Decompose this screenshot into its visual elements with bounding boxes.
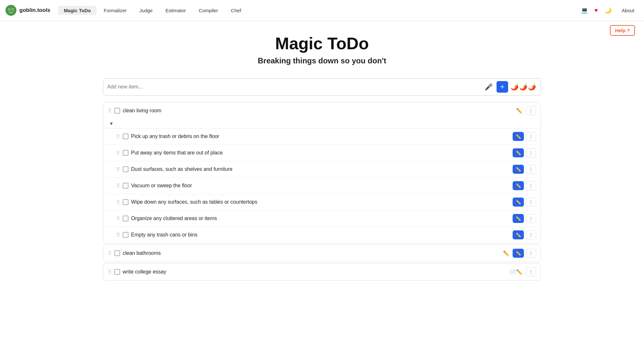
svg-point-0 bbox=[5, 5, 16, 16]
navbar: goblin.tools Magic ToDo Formalizer Judge… bbox=[0, 0, 644, 21]
three-dots-sub-icon: ⋮ bbox=[529, 199, 533, 205]
pencil-blue-icon: ✏️ bbox=[516, 167, 521, 172]
sub-label-1-6: Organize any cluttered areas or items bbox=[131, 216, 510, 221]
sub-more-button-1-1[interactable]: ⋮ bbox=[526, 132, 536, 141]
sub-label-1-1: Pick up any trash or debris on the floor bbox=[131, 134, 510, 139]
sub-checkbox-1-7[interactable] bbox=[123, 232, 128, 238]
item-actions-2: ✏️ ✏️ ⋮ bbox=[502, 249, 536, 258]
add-item-button[interactable]: + bbox=[497, 81, 508, 93]
drag-handle-sub-icon[interactable]: ⠿ bbox=[116, 134, 120, 140]
microphone-button[interactable]: 🎤 bbox=[483, 82, 494, 92]
page-title: Magic ToDo bbox=[103, 34, 541, 53]
drag-handle-icon-2[interactable]: ⠿ bbox=[108, 250, 112, 256]
drag-handle-sub-icon[interactable]: ⠿ bbox=[116, 166, 120, 172]
sub-checkbox-1-6[interactable] bbox=[123, 216, 128, 221]
sub-checkbox-1-3[interactable] bbox=[123, 166, 128, 172]
checkbox-clean-living-room[interactable] bbox=[114, 108, 120, 114]
sub-checkbox-1-1[interactable] bbox=[123, 134, 128, 139]
plus-icon: + bbox=[500, 83, 505, 91]
tab-chef[interactable]: Chef bbox=[225, 6, 247, 15]
three-dots-sub-icon: ⋮ bbox=[529, 134, 533, 139]
sub-edit-button-1-1[interactable]: ✏️ bbox=[513, 132, 524, 141]
nav-right: 💻 ♥ 🌙 About bbox=[579, 5, 639, 15]
drag-handle-icon-3[interactable]: ⠿ bbox=[108, 269, 112, 275]
sub-actions-1-3: ✏️ ⋮ bbox=[513, 165, 536, 174]
more-options-button-1[interactable]: ⋮ bbox=[526, 106, 536, 115]
drag-handle-sub-icon[interactable]: ⠿ bbox=[116, 232, 120, 238]
sub-items-1: ⠿ Pick up any trash or debris on the flo… bbox=[103, 128, 541, 243]
edit-blue-button-2[interactable]: ✏️ bbox=[513, 249, 524, 258]
sub-actions-1-5: ✏️ ⋮ bbox=[513, 198, 536, 207]
sub-label-1-5: Wipe down any surfaces, such as tables o… bbox=[131, 199, 510, 205]
more-options-button-3[interactable]: ⋮ bbox=[526, 267, 536, 276]
item-actions-1: ✏️ ⋮ bbox=[515, 106, 536, 115]
pencil-icon-2: ✏️ bbox=[503, 251, 509, 256]
sub-edit-button-1-6[interactable]: ✏️ bbox=[513, 214, 524, 223]
sub-checkbox-1-5[interactable] bbox=[123, 199, 128, 205]
svg-point-3 bbox=[9, 9, 10, 10]
sub-label-1-7: Empty any trash cans or bins bbox=[131, 232, 510, 238]
sub-checkbox-1-2[interactable] bbox=[123, 150, 128, 156]
parent-row-1: ⠿ clean living room ✏️ ⋮ bbox=[103, 102, 541, 119]
pencil-blue-icon-2: ✏️ bbox=[516, 251, 521, 256]
sub-item-1-2: ⠿ Put away any items that are out of pla… bbox=[103, 144, 541, 161]
tab-estimator[interactable]: Estimator bbox=[160, 6, 192, 15]
drag-handle-sub-icon[interactable]: ⠿ bbox=[116, 216, 120, 222]
drag-handle-sub-icon[interactable]: ⠿ bbox=[116, 183, 120, 189]
sub-edit-button-1-2[interactable]: ✏️ bbox=[513, 148, 524, 157]
edit-plain-button-1[interactable]: ✏️ bbox=[515, 106, 524, 115]
todo-item-clean-living-room: ⠿ clean living room ✏️ ⋮ ▼ bbox=[103, 102, 541, 243]
pencil-blue-icon: ✏️ bbox=[516, 232, 521, 237]
tab-compiler[interactable]: Compiler bbox=[193, 6, 224, 15]
tab-formalizer[interactable]: Formalizer bbox=[98, 6, 132, 15]
sub-actions-1-2: ✏️ ⋮ bbox=[513, 148, 536, 157]
help-button[interactable]: Help ? bbox=[610, 25, 635, 36]
sub-more-button-1-5[interactable]: ⋮ bbox=[526, 198, 536, 207]
sub-edit-button-1-4[interactable]: ✏️ bbox=[513, 181, 524, 190]
item-label-clean-living-room: clean living room bbox=[123, 108, 512, 114]
about-button[interactable]: About bbox=[617, 6, 639, 15]
collapse-button-1[interactable]: ▼ bbox=[108, 120, 115, 127]
sub-checkbox-1-4[interactable] bbox=[123, 183, 128, 189]
three-dots-icon: ⋮ bbox=[529, 108, 533, 113]
sub-more-button-1-4[interactable]: ⋮ bbox=[526, 181, 536, 190]
pencil-blue-icon: ✏️ bbox=[516, 216, 521, 221]
page-subtitle: Breaking things down so you don't bbox=[103, 56, 541, 65]
logo-text: goblin.tools bbox=[19, 7, 50, 14]
sub-more-button-1-3[interactable]: ⋮ bbox=[526, 165, 536, 174]
sub-actions-1-7: ✏️ ⋮ bbox=[513, 230, 536, 239]
drag-handle-icon[interactable]: ⠿ bbox=[108, 108, 112, 114]
drag-handle-sub-icon[interactable]: ⠿ bbox=[116, 150, 120, 156]
tab-judge[interactable]: Judge bbox=[134, 6, 158, 15]
sub-more-button-1-6[interactable]: ⋮ bbox=[526, 214, 536, 223]
tab-magic-todo[interactable]: Magic ToDo bbox=[58, 6, 97, 15]
sub-edit-button-1-7[interactable]: ✏️ bbox=[513, 230, 524, 239]
sub-label-1-4: Vacuum or sweep the floor bbox=[131, 183, 510, 189]
three-dots-icon-2: ⋮ bbox=[529, 251, 533, 256]
sub-more-button-1-2[interactable]: ⋮ bbox=[526, 148, 536, 157]
darkmode-icon-btn[interactable]: 🌙 bbox=[602, 5, 613, 15]
three-dots-sub-icon: ⋮ bbox=[529, 183, 533, 188]
edit-plain-button-3[interactable]: 📄✏️ bbox=[508, 268, 524, 276]
sub-label-1-3: Dust surfaces, such as shelves and furni… bbox=[131, 166, 510, 172]
sub-item-1-1: ⠿ Pick up any trash or debris on the flo… bbox=[103, 128, 541, 144]
pencil-blue-icon: ✏️ bbox=[516, 134, 521, 139]
devices-icon-btn[interactable]: 💻 bbox=[579, 5, 590, 15]
monitor-icon: 💻 bbox=[581, 7, 588, 14]
heart-icon-btn[interactable]: ♥ bbox=[592, 6, 600, 15]
checkbox-clean-bathrooms[interactable] bbox=[114, 250, 120, 256]
checkbox-write-college-essay[interactable] bbox=[114, 269, 120, 275]
drag-handle-sub-icon[interactable]: ⠿ bbox=[116, 199, 120, 205]
logo-link[interactable]: goblin.tools bbox=[5, 5, 50, 16]
logo-icon bbox=[5, 5, 17, 16]
more-options-button-2[interactable]: ⋮ bbox=[526, 249, 536, 258]
sub-edit-button-1-3[interactable]: ✏️ bbox=[513, 165, 524, 174]
edit-plain-button-2[interactable]: ✏️ bbox=[502, 249, 511, 258]
add-item-input[interactable] bbox=[107, 84, 481, 90]
three-dots-sub-icon: ⋮ bbox=[529, 150, 533, 155]
sub-more-button-1-7[interactable]: ⋮ bbox=[526, 230, 536, 239]
sub-edit-button-1-5[interactable]: ✏️ bbox=[513, 198, 524, 207]
sub-actions-1-1: ✏️ ⋮ bbox=[513, 132, 536, 141]
chevron-down-icon: ▼ bbox=[109, 121, 114, 126]
todo-item-clean-bathrooms: ⠿ clean bathrooms ✏️ ✏️ ⋮ bbox=[103, 245, 541, 262]
